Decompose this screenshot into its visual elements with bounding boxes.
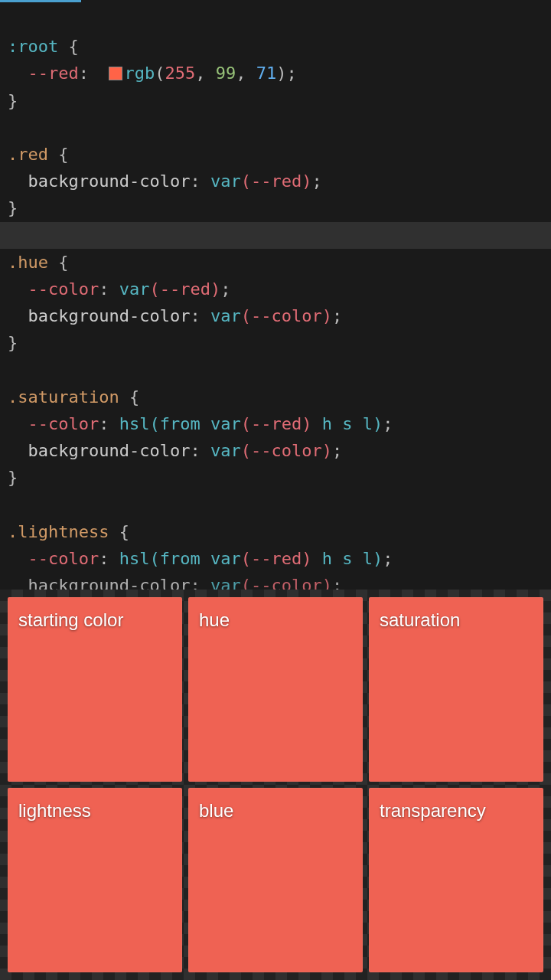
semicolon: ; — [383, 549, 393, 568]
var-call-color: (--color) — [241, 576, 332, 590]
var-fn: var — [210, 549, 241, 568]
css-variable-red: --red — [28, 64, 79, 83]
rgb-b: 71 — [256, 64, 277, 83]
card-transparency: transparency — [369, 788, 543, 972]
card-label: lightness — [18, 800, 91, 821]
semicolon: ; — [332, 306, 342, 325]
semicolon: ; — [383, 414, 393, 433]
colon: : — [99, 279, 119, 299]
css-variable-color: --color — [28, 549, 99, 568]
code-line[interactable] — [0, 356, 551, 383]
paren-close: ) — [276, 64, 286, 83]
code-line[interactable] — [0, 491, 551, 518]
colon: : — [190, 306, 210, 325]
rgb-function: rgb — [124, 64, 155, 83]
selector-saturation: .saturation — [8, 387, 119, 407]
var-call-color: (--color) — [241, 306, 332, 325]
code-line[interactable]: background-color: var(--red); — [0, 168, 551, 194]
code-line[interactable] — [0, 6, 551, 33]
css-variable-color: --color — [28, 279, 99, 299]
code-line[interactable]: hackground-color: var(--color); — [0, 572, 551, 590]
brace-open: { — [109, 522, 129, 541]
prop-bg: background-color — [28, 306, 191, 325]
semicolon: ; — [332, 576, 342, 590]
card-lightness: lightness — [8, 788, 182, 972]
rgb-g: 99 — [216, 64, 236, 83]
semicolon: ; — [220, 279, 230, 299]
selector-hue: .hue — [8, 253, 48, 272]
colon: : — [99, 414, 119, 433]
brace-open: { — [58, 37, 79, 56]
card-starting-color: starting color — [8, 597, 182, 782]
var-call-red: (--red) — [241, 414, 312, 433]
prop-bg: background-color — [28, 441, 191, 460]
colon: : — [190, 576, 210, 590]
hsl-tail: h s l) — [311, 549, 383, 568]
card-label: blue — [199, 800, 233, 821]
colon: : — [99, 549, 119, 568]
var-call-red: (--red) — [241, 172, 312, 191]
code-line[interactable]: background-color: var(--color); — [0, 437, 551, 464]
var-call-red: (--red) — [149, 279, 220, 299]
code-editor[interactable]: :root { --red: rgb(255, 99, 71); } .red … — [0, 0, 551, 590]
paren-open: ( — [155, 64, 165, 83]
code-line[interactable]: --color: hsl(from var(--red) h s l); — [0, 410, 551, 437]
card-label: hue — [199, 609, 230, 630]
var-fn: var — [210, 172, 241, 191]
colon: : — [190, 172, 210, 191]
comma: , — [236, 64, 256, 83]
css-variable-color: --color — [28, 414, 99, 433]
var-fn: var — [210, 306, 241, 325]
card-label: transparency — [380, 800, 486, 821]
var-fn: var — [210, 414, 241, 433]
code-line[interactable]: --color: var(--red); — [0, 276, 551, 302]
code-line[interactable]: .red { — [0, 141, 551, 168]
hsl-tail: h s l) — [311, 414, 383, 433]
color-swatch[interactable] — [109, 67, 122, 80]
code-line[interactable]: .hue { — [0, 249, 551, 276]
prop-bg: background-color — [28, 172, 191, 191]
brace-open: { — [48, 253, 69, 272]
code-line[interactable]: } — [0, 87, 551, 114]
brace-close: } — [8, 198, 18, 217]
preview-panel: starting color hue saturation lightness … — [0, 590, 551, 980]
var-fn: var — [210, 576, 241, 590]
card-label: starting color — [18, 609, 123, 630]
rgb-r: 255 — [165, 64, 195, 83]
hsl-from: hsl(from — [119, 549, 210, 568]
selector-lightness: .lightness — [8, 522, 109, 541]
code-line[interactable]: } — [0, 329, 551, 356]
hsl-from: hsl(from — [119, 414, 210, 433]
colon: : — [79, 64, 109, 83]
var-call-red: (--red) — [241, 549, 312, 568]
card-hue: hue — [188, 597, 363, 782]
code-line[interactable]: background-color: var(--color); — [0, 302, 551, 329]
active-tab-indicator — [0, 0, 81, 2]
var-fn: var — [119, 279, 150, 299]
code-line[interactable] — [0, 114, 551, 141]
brace-open: { — [48, 145, 69, 164]
brace-open: { — [119, 387, 140, 407]
code-line[interactable]: :root { — [0, 33, 551, 60]
semicolon: ; — [286, 64, 296, 83]
brace-close: } — [8, 468, 18, 487]
code-line[interactable]: --color: hsl(from var(--red) h s l); — [0, 545, 551, 572]
code-line[interactable]: .saturation { — [0, 384, 551, 410]
semicolon: ; — [311, 172, 321, 191]
code-line[interactable]: --red: rgb(255, 99, 71); — [0, 60, 551, 87]
card-saturation: saturation — [369, 597, 543, 782]
code-line[interactable]: } — [0, 194, 551, 221]
card-label: saturation — [380, 609, 460, 630]
var-call-color: (--color) — [241, 441, 332, 460]
prop-bg-truncated: hackground-color — [28, 576, 191, 590]
selector-red: .red — [8, 145, 48, 164]
code-line[interactable]: } — [0, 464, 551, 491]
var-fn: var — [210, 441, 241, 460]
code-line-active[interactable] — [0, 222, 551, 249]
brace-close: } — [8, 91, 18, 110]
card-blue: blue — [188, 788, 363, 972]
comma: , — [195, 64, 216, 83]
colon: : — [190, 441, 210, 460]
code-line[interactable]: .lightness { — [0, 518, 551, 545]
selector-root: :root — [8, 37, 58, 56]
